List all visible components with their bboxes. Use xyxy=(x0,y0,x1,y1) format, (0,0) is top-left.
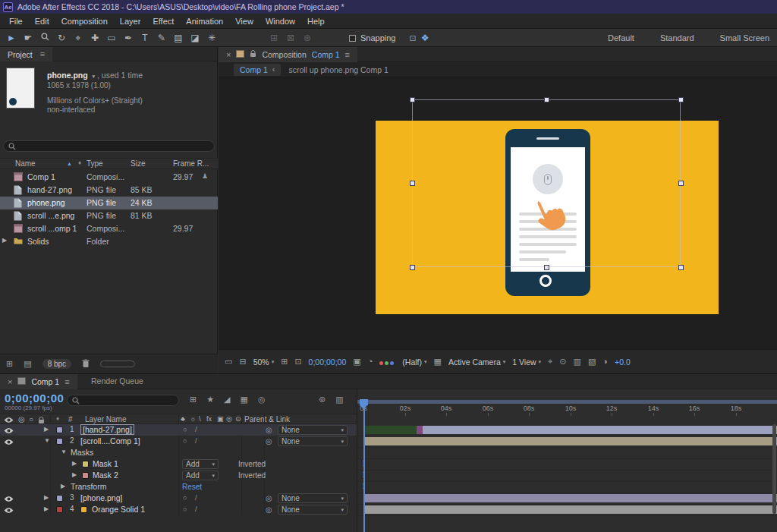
graph-editor-icon[interactable]: ⊚ xyxy=(319,395,326,404)
roto-brush-tool-icon[interactable]: ✳ xyxy=(203,29,220,47)
panel-menu-icon[interactable]: ≡ xyxy=(40,50,45,58)
fx-switch[interactable]: / xyxy=(195,505,197,513)
pen-tool-icon[interactable]: ✒ xyxy=(120,29,137,47)
composition-mini-flowchart-icon[interactable]: ⊞ xyxy=(190,395,197,404)
magnification-icon[interactable]: ⊟ xyxy=(239,357,246,366)
pickwhip-icon[interactable]: ◎ xyxy=(266,494,272,502)
snapshot-icon[interactable]: ▣ xyxy=(353,357,360,366)
eye-icon[interactable] xyxy=(4,495,14,504)
trash-icon[interactable] xyxy=(82,359,90,370)
panel-menu-icon[interactable]: ≡ xyxy=(345,51,350,59)
eye-icon[interactable] xyxy=(4,427,14,436)
crumb-path[interactable]: scroll up phone.png Comp 1 xyxy=(288,65,388,74)
mask-name[interactable]: Mask 2 xyxy=(93,471,118,480)
project-row-comp1[interactable]: Comp 1 Composi... 29.97 ♟ xyxy=(0,171,218,184)
mask-inverted-label[interactable]: Inverted xyxy=(238,471,266,480)
menu-effect[interactable]: Effect xyxy=(146,17,180,26)
expand-arrow-icon[interactable]: ▶ xyxy=(44,426,49,433)
layer-row-phone[interactable]: ▶ 3 [phone.png] ○ / ◎ None▾ xyxy=(0,493,357,504)
brush-tool-icon[interactable]: ✎ xyxy=(153,29,170,47)
mask2-row[interactable]: ▶ Mask 2 Add▾ Inverted xyxy=(0,470,357,481)
lock-icon[interactable] xyxy=(250,50,256,59)
transform-group-row[interactable]: ▶ Transform Reset xyxy=(0,481,357,493)
parent-link-column[interactable]: Parent & Link xyxy=(244,415,290,423)
selection-handle[interactable] xyxy=(678,181,684,186)
tab-comp1[interactable]: × Comp 1 ≡ xyxy=(0,374,77,389)
mask-color-swatch[interactable] xyxy=(82,461,89,467)
eye-icon[interactable] xyxy=(4,438,14,447)
quality-switch[interactable]: ○ xyxy=(183,505,187,513)
work-area-bar[interactable] xyxy=(357,400,777,404)
fx-switch[interactable]: / xyxy=(195,494,197,502)
show-snapshot-icon[interactable]: ◔ xyxy=(368,357,373,366)
transform-reset-link[interactable]: Reset xyxy=(182,483,202,491)
mask-inverted-label[interactable]: Inverted xyxy=(238,460,266,468)
selection-handle[interactable] xyxy=(410,265,415,270)
layer-row-orange-solid[interactable]: ▶ 4 Orange Solid 1 ○ / ◎ None▾ xyxy=(0,504,357,515)
type-tool-icon[interactable]: T xyxy=(137,29,153,47)
project-row-phone-selected[interactable]: phone.png PNG file 24 KB xyxy=(0,197,218,209)
ruler-icon[interactable]: ⊡ xyxy=(294,357,301,366)
pan-behind-tool-icon[interactable]: ✚ xyxy=(87,29,103,47)
playhead-handle[interactable] xyxy=(360,399,368,405)
footage-dropdown-icon[interactable]: ▾ xyxy=(93,74,96,79)
close-icon[interactable]: × xyxy=(8,378,12,386)
layer-name[interactable]: [phone.png] xyxy=(80,493,122,502)
snapping-checkbox[interactable] xyxy=(349,35,356,42)
selection-handle[interactable] xyxy=(410,181,415,186)
eraser-tool-icon[interactable]: ◪ xyxy=(187,29,203,47)
quality-switch[interactable]: ○ xyxy=(183,494,187,502)
rotation-tool-icon[interactable]: ↻ xyxy=(53,29,70,47)
timeline-vertical-scrollbar[interactable] xyxy=(772,424,776,514)
composition-viewport[interactable] xyxy=(219,77,777,349)
view-layout-select[interactable]: 1 View▾ xyxy=(512,357,541,367)
pickwhip-icon[interactable]: ◎ xyxy=(266,426,272,434)
label-color-swatch[interactable] xyxy=(56,427,63,433)
channel-icon[interactable] xyxy=(379,357,395,367)
column-name[interactable]: Name xyxy=(15,159,36,168)
menu-help[interactable]: Help xyxy=(301,17,331,26)
viewer-timecode[interactable]: 0;00;00;00 xyxy=(309,357,347,367)
mask1-row[interactable]: ▶ Mask 1 Add▾ Inverted xyxy=(0,458,357,470)
expand-arrow-icon[interactable]: ▶ xyxy=(44,505,49,512)
zoom-select[interactable]: 50%▾ xyxy=(253,357,275,367)
parent-select[interactable]: None▾ xyxy=(278,436,348,446)
quality-switch[interactable]: ○ xyxy=(183,426,187,433)
menu-layer[interactable]: Layer xyxy=(114,17,147,26)
selection-handle[interactable] xyxy=(678,265,684,270)
pickwhip-icon[interactable]: ◎ xyxy=(266,437,272,445)
parent-select[interactable]: None▾ xyxy=(278,493,348,503)
menu-file[interactable]: File xyxy=(3,17,29,26)
close-icon[interactable]: × xyxy=(226,51,231,59)
fx-switch[interactable]: / xyxy=(195,437,197,445)
shape-tool-icon[interactable]: ▭ xyxy=(103,29,120,47)
project-row-scroll-png[interactable]: scroll ...e.png PNG file 81 KB xyxy=(0,209,218,222)
fast-preview-icon[interactable]: ⊙ xyxy=(559,357,566,366)
camera-select[interactable]: Active Camera▾ xyxy=(448,357,505,367)
grid-guides-icon[interactable]: ⊞ xyxy=(281,357,288,366)
exposure-value[interactable]: +0.0 xyxy=(615,357,631,367)
layer-name[interactable]: [scroll....Comp 1] xyxy=(80,436,140,445)
always-preview-icon[interactable]: ▭ xyxy=(225,357,232,366)
expand-arrow-icon[interactable]: ▶ xyxy=(72,460,77,467)
layer-bar-scroll-comp[interactable] xyxy=(363,437,777,445)
timeline-search-input[interactable] xyxy=(67,395,179,406)
masks-group-row[interactable]: ▼ Masks xyxy=(0,447,357,458)
layer-row-hand27[interactable]: ▶ 1 [hand-27.png] ○ / ◎ None▾ xyxy=(0,424,357,436)
label-color-swatch[interactable] xyxy=(56,438,63,445)
layer-row-scroll-comp[interactable]: ▼ 2 [scroll....Comp 1] ○ / ◎ None▾ xyxy=(0,436,357,447)
project-row-hand27[interactable]: hand-27.png PNG file 85 KB xyxy=(0,184,218,197)
label-color-swatch[interactable] xyxy=(56,506,63,513)
tab-render-queue[interactable]: Render Queue xyxy=(91,376,143,386)
workspace-default[interactable]: Default xyxy=(608,33,634,42)
selection-handle[interactable] xyxy=(544,265,549,270)
menu-window[interactable]: Window xyxy=(260,17,301,26)
mask-name[interactable]: Mask 1 xyxy=(93,459,118,468)
parent-select[interactable]: None▾ xyxy=(278,505,348,515)
project-search-input[interactable] xyxy=(3,140,215,152)
snap-option-icon[interactable]: ⊡ xyxy=(410,34,417,42)
mask-mode-select[interactable]: Add▾ xyxy=(182,459,219,469)
zoom-tool-icon[interactable] xyxy=(36,29,53,47)
collapse-arrow-icon[interactable]: ▼ xyxy=(61,449,67,455)
timeline-button-icon[interactable]: ▥ xyxy=(574,357,581,366)
